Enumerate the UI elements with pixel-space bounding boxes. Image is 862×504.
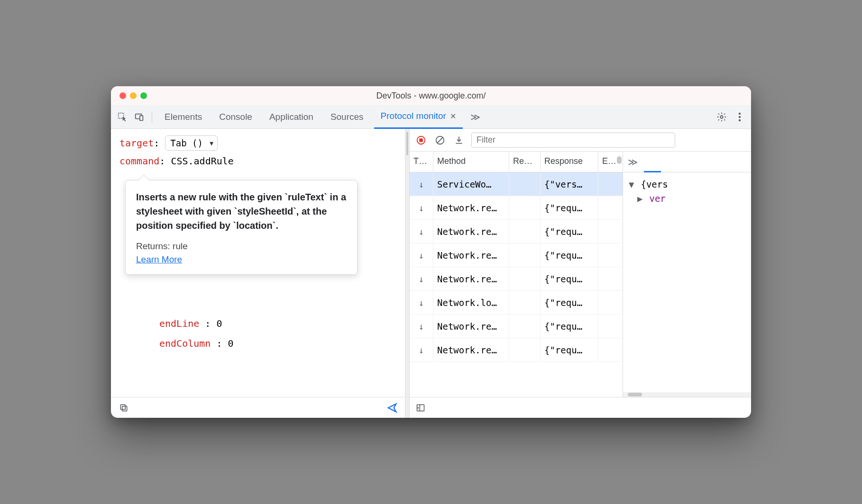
- col-response[interactable]: Response: [541, 152, 598, 172]
- table-cell: [509, 267, 541, 290]
- table-row[interactable]: ↓Network.re…{"requ…: [410, 267, 623, 291]
- settings-gear-icon[interactable]: [715, 110, 728, 124]
- device-toggle-icon[interactable]: [133, 110, 146, 124]
- table-cell: ↓: [410, 315, 433, 338]
- command-editor-body: target: Tab () command: CSS.addRule Inse…: [111, 129, 405, 397]
- table-cell: Network.lo…: [433, 291, 509, 314]
- tab-label: Sources: [330, 112, 364, 122]
- col-type[interactable]: T…: [410, 152, 433, 172]
- vertical-splitter[interactable]: [405, 129, 410, 418]
- tab-application[interactable]: Application: [263, 105, 320, 129]
- record-icon[interactable]: [414, 134, 428, 147]
- tab-elements[interactable]: Elements: [158, 105, 209, 129]
- table-row[interactable]: ↓Network.re…{"requ…: [410, 338, 623, 362]
- parameters-block: endLine : 0 endColumn : 0: [119, 314, 396, 353]
- table-cell: {"requ…: [541, 291, 598, 314]
- table-cell: ↓: [410, 196, 433, 219]
- table-cell: [509, 220, 541, 243]
- param-key: endColumn: [159, 338, 211, 349]
- table-cell: ↓: [410, 338, 433, 361]
- kebab-menu-icon[interactable]: [733, 110, 746, 124]
- log-toolbar: [410, 129, 751, 152]
- table-cell: [598, 291, 622, 314]
- target-select[interactable]: Tab (): [165, 135, 218, 151]
- table-cell: ↓: [410, 267, 433, 290]
- send-command-icon[interactable]: [386, 402, 398, 414]
- table-row[interactable]: ↓Network.lo…{"requ…: [410, 291, 623, 315]
- svg-rect-2: [140, 116, 143, 120]
- tab-protocol-monitor[interactable]: Protocol monitor ✕: [374, 105, 463, 129]
- tooltip-description: Inserts a new rule with the given `ruleT…: [136, 190, 347, 233]
- param-value[interactable]: 0: [228, 338, 234, 349]
- table-cell: [509, 315, 541, 338]
- svg-rect-8: [120, 405, 125, 409]
- close-tab-icon[interactable]: ✕: [450, 112, 456, 121]
- table-cell: ↓: [410, 172, 433, 196]
- inspect-element-icon[interactable]: [116, 110, 129, 124]
- command-value[interactable]: CSS.addRule: [171, 155, 233, 167]
- tab-label: Elements: [165, 112, 202, 122]
- table-cell: [598, 267, 622, 290]
- target-select-value: Tab (): [170, 138, 203, 148]
- svg-point-3: [720, 116, 723, 118]
- target-label: target: [119, 137, 154, 149]
- svg-point-4: [739, 112, 741, 114]
- tab-console[interactable]: Console: [212, 105, 259, 129]
- table-cell: Network.re…: [433, 243, 509, 267]
- table-cell: {"requ…: [541, 315, 598, 338]
- clear-icon[interactable]: [433, 134, 447, 147]
- disclosure-right-icon[interactable]: ▶: [637, 191, 644, 206]
- table-cell: [598, 338, 622, 361]
- table-cell: Network.re…: [433, 196, 509, 219]
- svg-rect-7: [122, 406, 127, 411]
- preview-body: ▼ {vers ▶ ver: [623, 172, 751, 392]
- preview-pane: ≫ ▼ {vers ▶ ver: [623, 152, 751, 397]
- table-cell: ↓: [410, 291, 433, 314]
- col-method[interactable]: Method: [433, 152, 509, 172]
- table-cell: Network.re…: [433, 220, 509, 243]
- log-footer: [410, 397, 751, 418]
- copy-icon[interactable]: [118, 402, 130, 414]
- table-cell: ↓: [410, 220, 433, 243]
- tree-row-root[interactable]: ▼ {vers: [629, 177, 745, 191]
- col-request[interactable]: Re…: [509, 152, 541, 172]
- table-row[interactable]: ↓Network.re…{"requ…: [410, 315, 623, 338]
- param-value[interactable]: 0: [216, 318, 222, 329]
- more-tabs-icon[interactable]: ≫: [467, 111, 484, 123]
- filter-input[interactable]: [471, 133, 675, 148]
- table-row[interactable]: ↓Network.re…{"requ…: [410, 220, 623, 243]
- table-cell: ↓: [410, 243, 433, 267]
- tab-sources[interactable]: Sources: [324, 105, 370, 129]
- more-preview-tabs-icon[interactable]: ≫: [628, 156, 638, 168]
- table-cell: Network.re…: [433, 315, 509, 338]
- content-area: target: Tab () command: CSS.addRule Inse…: [111, 129, 751, 418]
- horizontal-scrollbar[interactable]: [623, 392, 751, 397]
- svg-rect-10: [419, 138, 422, 142]
- table-cell: {"requ…: [541, 220, 598, 243]
- table-cell: Network.re…: [433, 267, 509, 290]
- svg-line-12: [438, 137, 443, 143]
- tab-label: Application: [269, 112, 313, 122]
- learn-more-link[interactable]: Learn More: [136, 254, 182, 265]
- tree-row-child[interactable]: ▶ ver: [629, 191, 745, 206]
- table-row[interactable]: ↓Network.re…{"requ…: [410, 243, 623, 267]
- table-cell: [509, 172, 541, 196]
- table-row[interactable]: ↓ServiceWo…{"vers…: [410, 172, 623, 196]
- param-key: endLine: [159, 318, 199, 329]
- table-cell: {"requ…: [541, 267, 598, 290]
- scrollbar-thumb[interactable]: [628, 393, 642, 396]
- vertical-scrollbar[interactable]: [617, 156, 622, 164]
- table-cell: [509, 243, 541, 267]
- download-icon[interactable]: [452, 134, 466, 147]
- disclosure-down-icon[interactable]: ▼: [629, 177, 635, 191]
- table-row[interactable]: ↓Network.re…{"requ…: [410, 196, 623, 220]
- table-body: ↓ServiceWo…{"vers…↓Network.re…{"requ…↓Ne…: [410, 172, 623, 397]
- table-cell: [509, 338, 541, 361]
- table-cell: [509, 291, 541, 314]
- tooltip-returns: Returns: rule: [136, 241, 347, 252]
- table-cell: [598, 196, 622, 219]
- message-log-pane: T… Method Re… Response E…▲ ↓ServiceWo…{"…: [410, 129, 751, 418]
- log-body: T… Method Re… Response E…▲ ↓ServiceWo…{"…: [410, 152, 751, 397]
- svg-point-6: [739, 119, 741, 121]
- toggle-sidebar-icon[interactable]: [414, 402, 427, 414]
